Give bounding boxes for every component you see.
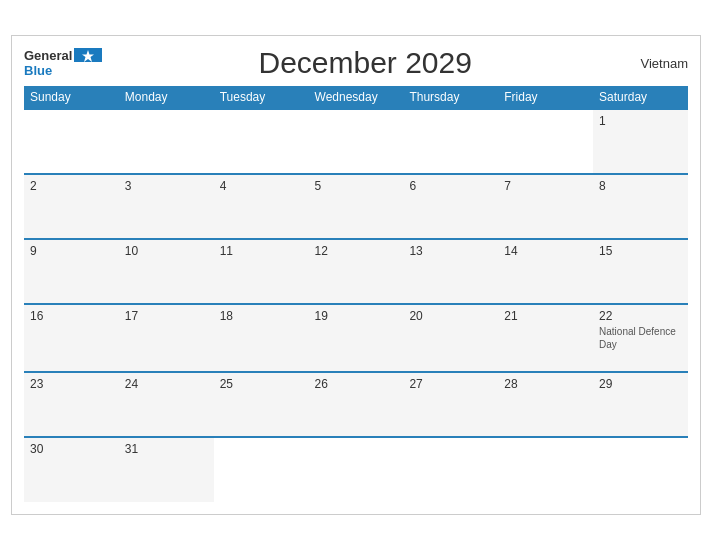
day-number: 2 xyxy=(30,179,113,193)
logo-flag-icon xyxy=(74,48,102,62)
weekday-header: Saturday xyxy=(593,86,688,109)
calendar-cell: 2 xyxy=(24,174,119,239)
calendar-cell: 12 xyxy=(309,239,404,304)
day-number: 11 xyxy=(220,244,303,258)
weekday-header: Wednesday xyxy=(309,86,404,109)
calendar-cell: 29 xyxy=(593,372,688,437)
day-number: 21 xyxy=(504,309,587,323)
calendar-cell xyxy=(24,109,119,174)
calendar-cell xyxy=(403,109,498,174)
calendar-cell: 19 xyxy=(309,304,404,372)
calendar-cell xyxy=(309,437,404,502)
day-number: 28 xyxy=(504,377,587,391)
calendar-cell: 15 xyxy=(593,239,688,304)
calendar-cell: 31 xyxy=(119,437,214,502)
calendar-table: SundayMondayTuesdayWednesdayThursdayFrid… xyxy=(24,86,688,502)
calendar-cell xyxy=(119,109,214,174)
calendar-cell: 23 xyxy=(24,372,119,437)
calendar-cell: 4 xyxy=(214,174,309,239)
day-number: 10 xyxy=(125,244,208,258)
day-number: 20 xyxy=(409,309,492,323)
calendar-cell: 8 xyxy=(593,174,688,239)
day-number: 25 xyxy=(220,377,303,391)
calendar-cell: 16 xyxy=(24,304,119,372)
day-number: 16 xyxy=(30,309,113,323)
day-number: 4 xyxy=(220,179,303,193)
day-number: 29 xyxy=(599,377,682,391)
holiday-label: National Defence Day xyxy=(599,325,682,351)
calendar-week-row: 9101112131415 xyxy=(24,239,688,304)
day-number: 31 xyxy=(125,442,208,456)
calendar-cell xyxy=(498,437,593,502)
calendar-cell: 9 xyxy=(24,239,119,304)
calendar-week-row: 2345678 xyxy=(24,174,688,239)
day-number: 6 xyxy=(409,179,492,193)
calendar-cell: 14 xyxy=(498,239,593,304)
day-number: 22 xyxy=(599,309,682,323)
calendar-cell: 5 xyxy=(309,174,404,239)
day-number: 5 xyxy=(315,179,398,193)
calendar-cell: 18 xyxy=(214,304,309,372)
day-number: 13 xyxy=(409,244,492,258)
calendar-cell: 25 xyxy=(214,372,309,437)
day-number: 17 xyxy=(125,309,208,323)
day-number: 14 xyxy=(504,244,587,258)
calendar-cell: 28 xyxy=(498,372,593,437)
calendar-week-row: 23242526272829 xyxy=(24,372,688,437)
calendar-week-row: 3031 xyxy=(24,437,688,502)
weekday-header: Sunday xyxy=(24,86,119,109)
day-number: 1 xyxy=(599,114,682,128)
weekday-header: Thursday xyxy=(403,86,498,109)
day-number: 24 xyxy=(125,377,208,391)
day-number: 12 xyxy=(315,244,398,258)
calendar-cell: 21 xyxy=(498,304,593,372)
calendar-cell: 26 xyxy=(309,372,404,437)
weekday-header: Tuesday xyxy=(214,86,309,109)
calendar-cell: 24 xyxy=(119,372,214,437)
calendar-cell: 20 xyxy=(403,304,498,372)
day-number: 30 xyxy=(30,442,113,456)
calendar-cell xyxy=(498,109,593,174)
weekday-header-row: SundayMondayTuesdayWednesdayThursdayFrid… xyxy=(24,86,688,109)
calendar-week-row: 1 xyxy=(24,109,688,174)
calendar-cell xyxy=(593,437,688,502)
day-number: 8 xyxy=(599,179,682,193)
logo: General Blue xyxy=(24,48,102,78)
calendar-cell xyxy=(214,437,309,502)
calendar-cell: 13 xyxy=(403,239,498,304)
calendar-cell: 22National Defence Day xyxy=(593,304,688,372)
calendar-week-row: 16171819202122National Defence Day xyxy=(24,304,688,372)
day-number: 26 xyxy=(315,377,398,391)
day-number: 15 xyxy=(599,244,682,258)
calendar-cell: 10 xyxy=(119,239,214,304)
day-number: 18 xyxy=(220,309,303,323)
calendar-cell: 6 xyxy=(403,174,498,239)
calendar-cell: 27 xyxy=(403,372,498,437)
calendar-cell: 11 xyxy=(214,239,309,304)
calendar-cell xyxy=(214,109,309,174)
day-number: 3 xyxy=(125,179,208,193)
calendar-cell xyxy=(403,437,498,502)
calendar-cell xyxy=(309,109,404,174)
month-title: December 2029 xyxy=(102,46,628,80)
calendar-cell: 30 xyxy=(24,437,119,502)
calendar: General Blue December 2029 Vietnam Sunda… xyxy=(11,35,701,515)
day-number: 7 xyxy=(504,179,587,193)
weekday-header: Friday xyxy=(498,86,593,109)
logo-general-text: General xyxy=(24,49,72,62)
calendar-cell: 7 xyxy=(498,174,593,239)
calendar-cell: 3 xyxy=(119,174,214,239)
weekday-header: Monday xyxy=(119,86,214,109)
calendar-cell: 1 xyxy=(593,109,688,174)
day-number: 27 xyxy=(409,377,492,391)
day-number: 23 xyxy=(30,377,113,391)
day-number: 9 xyxy=(30,244,113,258)
logo-blue-text: Blue xyxy=(24,63,52,78)
calendar-header: General Blue December 2029 Vietnam xyxy=(24,46,688,80)
country-label: Vietnam xyxy=(628,56,688,71)
calendar-cell: 17 xyxy=(119,304,214,372)
day-number: 19 xyxy=(315,309,398,323)
